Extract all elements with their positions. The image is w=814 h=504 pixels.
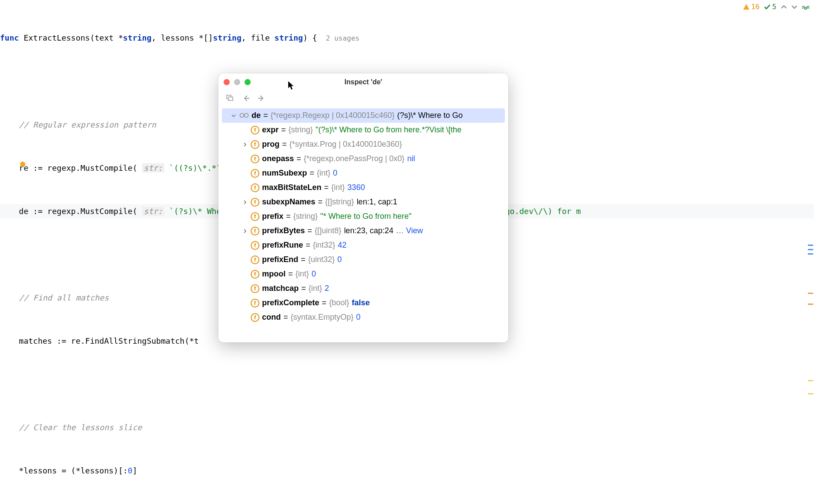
check-icon [764, 3, 771, 10]
inspect-popup[interactable]: Inspect 'de' de = {*regexp.Regexp | 0x14… [218, 73, 508, 342]
field-name: prefix [262, 212, 283, 221]
field-icon: f [251, 227, 259, 235]
field-value: 2 [325, 284, 329, 293]
tree-field[interactable]: fmatchcap = {int} 2 [222, 281, 505, 296]
field-value: 0 [338, 255, 342, 264]
field-icon: f [251, 270, 259, 279]
inspection-summary: 16 5 [743, 3, 810, 11]
tree-field[interactable]: fmpool = {int} 0 [222, 267, 505, 281]
back-icon[interactable] [243, 94, 250, 104]
code-comment: // Clear the lessons slice [0, 420, 814, 435]
field-value: "(?s)\* Where to Go from here.*?Visit \[… [316, 125, 462, 135]
field-name: cond [262, 313, 281, 322]
traffic-lights [224, 79, 251, 85]
field-icon: f [251, 183, 259, 192]
tree-field[interactable]: fnumSubexp = {int} 0 [222, 166, 505, 180]
view-link[interactable]: … View [396, 226, 423, 235]
tree-field[interactable]: fprefixBytes = {[]uint8} len:23, cap:24 … [222, 224, 505, 238]
field-icon: f [251, 284, 259, 293]
warnings-badge[interactable]: 16 [743, 3, 759, 11]
stripe-mark[interactable] [808, 253, 813, 255]
field-type: {bool} [329, 298, 349, 307]
chevron-right-icon[interactable] [242, 200, 248, 204]
field-icon: f [251, 126, 259, 135]
field-value: 0 [356, 313, 361, 322]
field-value: "* Where to Go from here" [321, 212, 412, 221]
usage-hint[interactable]: 2 usages [317, 34, 359, 42]
field-value: len:1, cap:1 [357, 197, 397, 207]
tree-field[interactable]: fprefix = {string} "* Where to Go from h… [222, 209, 505, 224]
variable-tree[interactable]: de = {*regexp.Regexp | 0x1400015c460} (?… [218, 107, 508, 342]
field-type: {int} [331, 183, 345, 192]
stripe-mark[interactable] [808, 304, 813, 305]
tree-field[interactable]: fprog = {*syntax.Prog | 0x1400010e360} [222, 137, 505, 152]
field-icon: f [251, 299, 259, 307]
tree-field[interactable]: fcond = {syntax.EmptyOp} 0 [222, 310, 505, 324]
new-watch-icon[interactable] [226, 94, 235, 104]
code-line: func ExtractLessons(text *string, lesson… [0, 31, 814, 45]
titlebar[interactable]: Inspect 'de' [218, 73, 508, 91]
error-stripe[interactable] [806, 0, 814, 504]
stripe-mark[interactable] [808, 393, 813, 394]
tree-field[interactable]: fmaxBitStateLen = {int} 3360 [222, 180, 505, 195]
minimize-button[interactable] [234, 79, 240, 85]
param-hint: str: [142, 207, 164, 216]
field-type: {int} [309, 284, 322, 293]
cursor-icon [288, 81, 295, 92]
field-name: prefixRune [262, 241, 303, 250]
tree-field[interactable]: fprefixComplete = {bool} false [222, 296, 505, 310]
svg-rect-1 [228, 97, 233, 100]
code-line: *lessons = (*lessons)[:0] [0, 463, 814, 478]
field-type: {*syntax.Prog | 0x1400010e360} [290, 140, 402, 149]
field-type: {int32} [313, 241, 335, 250]
field-type: {string} [293, 212, 318, 221]
field-name: prefixComplete [262, 298, 319, 307]
chevron-down-icon[interactable] [231, 114, 237, 118]
stripe-mark[interactable] [808, 380, 813, 381]
svg-point-2 [240, 113, 244, 117]
field-name: prog [262, 140, 279, 149]
param-hint: str: [142, 163, 164, 173]
svg-point-3 [245, 113, 248, 117]
tree-root[interactable]: de = {*regexp.Regexp | 0x1400015c460} (?… [222, 108, 505, 123]
field-type: {syntax.EmptyOp} [291, 313, 354, 322]
field-name: numSubexp [262, 169, 307, 178]
tree-field[interactable]: fsubexpNames = {[]string} len:1, cap:1 [222, 195, 505, 209]
field-icon: f [251, 255, 259, 264]
field-name: expr [262, 125, 279, 135]
checks-badge[interactable]: 5 [764, 3, 776, 11]
tree-field[interactable]: fexpr = {string} "(?s)\* Where to Go fro… [222, 123, 505, 137]
close-button[interactable] [224, 79, 230, 85]
inspect-toolbar [218, 91, 508, 107]
tree-field[interactable]: fprefixRune = {int32} 42 [222, 238, 505, 252]
field-value: len:23, cap:24 [344, 226, 393, 235]
field-type: {*regexp.onePassProg | 0x0} [304, 154, 405, 163]
field-type: {int} [317, 169, 331, 178]
field-value: 0 [312, 269, 316, 279]
inspect-title: Inspect 'de' [218, 78, 508, 86]
chevron-right-icon[interactable] [242, 229, 248, 233]
stripe-mark[interactable] [808, 293, 813, 294]
field-icon: f [251, 169, 259, 178]
field-icon: f [251, 198, 259, 207]
watch-icon [239, 112, 249, 120]
next-highlight-icon[interactable] [791, 4, 797, 10]
tree-field[interactable]: fprefixEnd = {uint32} 0 [222, 252, 505, 267]
field-value: 42 [338, 241, 347, 250]
stripe-mark[interactable] [808, 249, 813, 250]
field-type: {string} [289, 125, 313, 135]
field-name: prefixBytes [262, 226, 305, 235]
field-name: matchcap [262, 284, 299, 293]
field-name: onepass [262, 154, 294, 163]
forward-icon[interactable] [258, 94, 265, 104]
field-value: 3360 [348, 183, 365, 192]
breakpoint-dot[interactable] [20, 162, 25, 167]
prev-highlight-icon[interactable] [781, 4, 787, 10]
chevron-right-icon[interactable] [242, 142, 248, 147]
maximize-button[interactable] [245, 79, 251, 85]
field-icon: f [251, 241, 259, 250]
warning-icon [743, 3, 750, 10]
field-type: {int} [296, 269, 309, 279]
tree-field[interactable]: fonepass = {*regexp.onePassProg | 0x0} n… [222, 152, 505, 166]
stripe-mark[interactable] [808, 245, 813, 246]
